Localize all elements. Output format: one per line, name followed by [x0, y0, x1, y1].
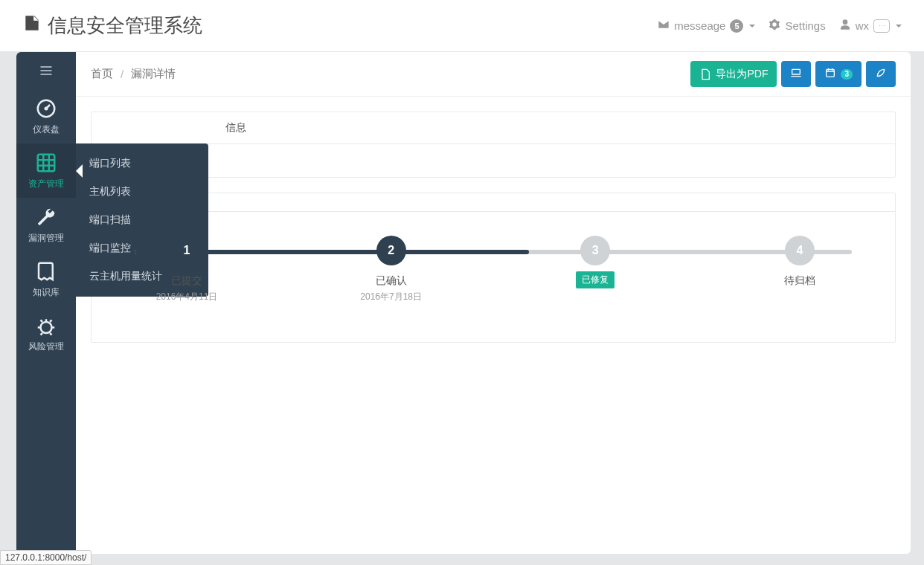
- step-4: 4 待归档: [748, 236, 852, 288]
- export-pdf-button[interactable]: 导出为PDF: [690, 61, 777, 87]
- caret-down-icon: [749, 25, 755, 28]
- panel-heading: [92, 193, 895, 212]
- shield-icon: [22, 13, 42, 38]
- messages-label: messeage: [674, 19, 725, 32]
- leaf-button[interactable]: [866, 61, 896, 87]
- toolbar: 导出为PDF 3: [690, 61, 896, 87]
- step-2: 2 已确认 2016年7月18日: [339, 236, 443, 303]
- step-1: 1 已提交 2016年4月11日: [135, 236, 239, 303]
- laptop-button[interactable]: [781, 61, 811, 87]
- calendar-button[interactable]: 3: [815, 61, 862, 87]
- step-date: 2016年4月11日: [156, 291, 218, 303]
- panel-progress: 1 已提交 2016年4月11日 2 已确认 2016年7月18日 3 已修复: [91, 193, 896, 343]
- laptop-icon: [790, 67, 802, 81]
- submenu-item[interactable]: 端口扫描: [76, 206, 208, 234]
- panel-heading: 信息: [92, 112, 895, 144]
- panel-title-fragment: 信息: [225, 121, 246, 133]
- submenu-item[interactable]: 主机列表: [76, 178, 208, 206]
- caret-down-icon: [896, 25, 902, 28]
- sidebar-item-label: 资产管理: [28, 178, 64, 190]
- panel-info: 信息: [91, 112, 896, 178]
- sidebar-item-label: 漏洞管理: [28, 232, 64, 245]
- keyboard-icon: ⋯: [873, 19, 890, 33]
- step-number: 1: [172, 236, 202, 265]
- sidebar-item-label: 知识库: [33, 286, 60, 299]
- sidebar-item-label: 风险管理: [28, 340, 64, 353]
- step-title: 待归档: [784, 274, 815, 288]
- step-wizard: 1 已提交 2016年4月11日 2 已确认 2016年7月18日 3 已修复: [135, 236, 852, 303]
- step-tag: 已修复: [576, 271, 615, 288]
- wrench-icon: [34, 205, 58, 229]
- breadcrumb: 首页 / 漏洞详情: [91, 67, 176, 81]
- step-number: 3: [580, 236, 610, 265]
- dashboard-icon: [34, 97, 58, 120]
- submenu-item[interactable]: 端口列表: [76, 149, 208, 178]
- settings-link[interactable]: Settings: [769, 19, 825, 33]
- grid-icon: [34, 151, 58, 175]
- svg-rect-5: [827, 69, 835, 77]
- username: wx: [856, 19, 869, 32]
- export-pdf-label: 导出为PDF: [716, 68, 768, 81]
- settings-label: Settings: [785, 19, 825, 32]
- svg-point-1: [45, 107, 48, 111]
- svg-rect-4: [792, 69, 801, 74]
- sidebar-item-assets[interactable]: 资产管理 端口列表 主机列表 端口扫描 端口监控 云主机用量统计: [16, 143, 76, 198]
- sidebar-item-label: 仪表盘: [33, 123, 60, 136]
- step-3: 3 已修复: [543, 236, 647, 288]
- step-number: 2: [376, 236, 406, 265]
- sidebar-item-vuln[interactable]: 漏洞管理: [16, 198, 76, 252]
- app-header: 信息安全管理系统 messeage 5 Settings wx ⋯: [0, 0, 924, 52]
- step-number: 4: [785, 236, 815, 265]
- step-title: 已提交: [171, 274, 202, 288]
- breadcrumb-sep: /: [121, 68, 123, 80]
- bug-icon: [34, 314, 58, 338]
- envelope-icon: [658, 19, 670, 33]
- sidebar-toggle[interactable]: [16, 52, 76, 89]
- sidebar-item-dashboard[interactable]: 仪表盘: [16, 89, 76, 143]
- app-logo: 信息安全管理系统: [22, 13, 202, 39]
- status-url: 127.0.0.1:8000/host/: [0, 550, 92, 565]
- calendar-icon: [824, 67, 836, 81]
- calendar-badge: 3: [841, 69, 853, 80]
- messages-menu[interactable]: messeage 5: [658, 19, 755, 33]
- leaf-icon: [875, 67, 887, 81]
- panel-body: [92, 144, 895, 177]
- user-icon: [839, 19, 851, 33]
- sidebar-item-risk[interactable]: 风险管理: [16, 306, 76, 361]
- panel-body: 1 已提交 2016年4月11日 2 已确认 2016年7月18日 3 已修复: [92, 212, 895, 342]
- breadcrumb-current: 漏洞详情: [131, 67, 176, 81]
- step-title: 已确认: [376, 274, 407, 288]
- user-menu[interactable]: wx ⋯: [839, 19, 902, 33]
- main-area: 首页 / 漏洞详情 导出为PDF: [76, 52, 911, 554]
- messages-badge: 5: [730, 19, 743, 33]
- app-title: 信息安全管理系统: [48, 13, 202, 39]
- svg-point-3: [41, 322, 52, 333]
- breadcrumb-home[interactable]: 首页: [91, 67, 113, 81]
- gear-icon: [769, 19, 780, 33]
- sidebar: 仪表盘 资产管理 端口列表 主机列表 端口扫描 端口监控 云主机用量统计 漏洞管…: [16, 52, 76, 554]
- step-date: 2016年7月18日: [360, 291, 422, 303]
- app-shell: 仪表盘 资产管理 端口列表 主机列表 端口扫描 端口监控 云主机用量统计 漏洞管…: [16, 52, 911, 554]
- topbar: 首页 / 漏洞详情 导出为PDF: [76, 52, 911, 97]
- svg-rect-2: [38, 155, 55, 172]
- book-icon: [34, 259, 58, 283]
- sidebar-item-kb[interactable]: 知识库: [16, 252, 76, 306]
